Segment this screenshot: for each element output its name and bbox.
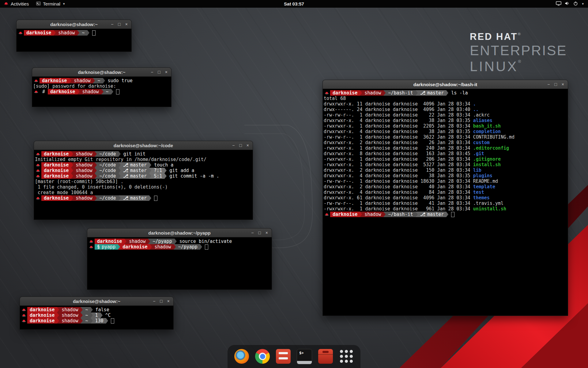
prompt-segment-host: shadow [73, 173, 95, 179]
file-name: aliases [473, 118, 492, 123]
powerline-arrow [101, 89, 104, 94]
terminal-line: -rwxrwxr-x. 1 darknoise darknoise 5327 J… [324, 162, 567, 167]
terminal-content[interactable]: darknoiseshadow~ [17, 29, 131, 36]
powerline-arrow [57, 312, 59, 318]
file-name: test [473, 190, 484, 195]
terminal-content[interactable]: darknoiseshadow~/code git initInitialize… [34, 150, 253, 201]
powerline-arrow [91, 312, 93, 318]
prompt-segment-user: darknoise [330, 212, 360, 217]
window-titlebar[interactable]: darknoise@shadow:~ − □ × [32, 68, 171, 77]
prompt-segment-path: ~ [83, 312, 90, 318]
terminal-content[interactable]: darknoiseshadow~ sudo true[sudo] passwor… [32, 77, 171, 95]
terminal-content[interactable]: darknoiseshadow~/pyapp source bin/activa… [87, 237, 272, 250]
rhel-logo: RED HAT® ENTERPRISE LINUX® [470, 32, 567, 73]
file-meta: -rw-rw-r--. 1 darknoise darknoise 22 Jan… [324, 112, 473, 118]
powerline-arrow [174, 244, 176, 250]
prompt-segment-path: ~/bash-it [386, 212, 415, 217]
branch-icon: ⎇ [420, 212, 425, 217]
prompt-segment-path: ~/code [97, 162, 118, 168]
powerline-arrow [100, 312, 103, 318]
powerline-arrow [91, 307, 93, 312]
prompt-segment-path: ~ [95, 78, 103, 83]
powerline-arrow [119, 195, 121, 201]
close-button[interactable]: × [562, 80, 564, 89]
prompt-segment-path: ~ [83, 318, 90, 324]
prompt-segment-git: ⎇master [121, 195, 149, 201]
volume-icon [565, 1, 570, 6]
powerline-arrow [446, 212, 448, 217]
close-button[interactable]: × [125, 20, 128, 29]
prompt-segment-host: shadow [59, 312, 81, 318]
minimize-button[interactable]: − [111, 20, 113, 29]
terminal-cursor [451, 212, 454, 217]
app-grid-icon[interactable] [339, 349, 354, 364]
terminal-content[interactable]: darknoiseshadow~/bash-it⎇master ls -lato… [323, 89, 568, 218]
window-titlebar[interactable]: darknoise@shadow:~ − □ × [20, 297, 173, 306]
terminal-line: [master (root-commit) 50bcb63] . [35, 179, 252, 184]
minimize-button[interactable]: − [151, 68, 153, 76]
redhat-prompt-icon [89, 239, 93, 244]
prompt-segment-path: ~/pyapp [150, 239, 174, 244]
window-titlebar[interactable]: darknoise@shadow:~/code − □ × [34, 141, 253, 150]
window-titlebar[interactable]: darknoise@shadow:~ − □ × [17, 20, 131, 29]
prompt-segment-host: shadow [71, 78, 93, 83]
maximize-button[interactable]: □ [239, 141, 242, 150]
chrome-icon[interactable] [255, 349, 270, 364]
output-text: # [40, 89, 48, 94]
maximize-button[interactable]: □ [118, 20, 120, 29]
powerline-arrow [416, 90, 418, 96]
terminal-icon[interactable]: $> [297, 349, 312, 364]
top-bar: Activities Terminal ▾ Sat 03:57 ▾ [0, 0, 588, 8]
minimize-button[interactable]: − [153, 297, 155, 305]
toolbox-icon[interactable] [318, 349, 333, 364]
close-button[interactable]: × [266, 228, 268, 237]
prompt-segment-exit: 1 [93, 312, 100, 318]
maximize-button[interactable]: □ [160, 297, 162, 305]
powerline-arrow [119, 173, 121, 179]
maximize-button[interactable]: □ [158, 68, 160, 76]
prompt-segment-git: ⎇master [121, 168, 149, 173]
close-button[interactable]: × [165, 68, 168, 76]
prompt-segment-host: shadow [59, 318, 81, 324]
window-titlebar[interactable]: darknoise@shadow:~/bash-it − □ × [323, 80, 568, 89]
redhat-prompt-icon [22, 312, 26, 318]
terminal-content[interactable]: darknoiseshadow~ falsedarknoiseshadow~1 … [20, 306, 173, 324]
file-meta: drwxrwxr-x. 61 darknoise darknoise 4096 … [324, 195, 473, 201]
file-meta: drwxrwxr-x. 2 darknoise darknoise 40 Jan… [324, 184, 473, 190]
file-meta: -rwxrwxr-x. 1 darknoise darknoise 206 Ja… [324, 156, 473, 162]
prompt-segment-host: shadow [362, 212, 383, 217]
file-meta: drwx------. 24 darknoise darknoise 4096 … [324, 107, 473, 112]
system-tray[interactable]: ▾ [552, 0, 588, 8]
prompt-segment-path: ~ [104, 89, 111, 94]
terminal-cursor [116, 89, 119, 94]
maximize-button[interactable]: □ [258, 228, 261, 237]
powerline-arrow [95, 168, 97, 173]
registered-mark: ® [518, 32, 522, 36]
powerline-arrow [119, 162, 121, 168]
minimize-button[interactable]: − [251, 228, 254, 237]
minimize-button[interactable]: − [232, 141, 235, 150]
powerline-arrow [149, 173, 151, 179]
powerline-arrow [360, 212, 362, 217]
terminal-line: -rwxrwxr-x. 1 darknoise darknoise 2205 J… [324, 123, 567, 129]
redhat-prompt-icon [34, 78, 38, 83]
close-button[interactable]: × [167, 297, 170, 305]
terminal-line: 1 file changed, 0 insertions(+), 0 delet… [35, 184, 252, 190]
maximize-button[interactable]: □ [554, 80, 557, 89]
activities-button[interactable]: Activities [0, 0, 32, 8]
firefox-icon[interactable] [234, 349, 249, 364]
powerline-arrow [164, 173, 167, 179]
terminal-line: drwxrwxr-x. 2 darknoise darknoise 26 Jan… [324, 140, 567, 145]
close-button[interactable]: × [247, 141, 249, 150]
terminal-line: darknoiseshadow~ false [21, 307, 173, 312]
redhat-prompt-icon [325, 212, 329, 217]
app-menu-terminal[interactable]: Terminal ▾ [32, 0, 68, 8]
clock[interactable]: Sat 03:57 [0, 1, 588, 6]
terminal-line: darknoiseshadow~/code⎇master?:1 git add … [35, 168, 252, 173]
python-icon: § [97, 244, 100, 250]
file-meta: drwxrwxr-x. 4 darknoise darknoise 84 Jan… [324, 190, 473, 195]
prompt-segment-host: shadow [56, 30, 77, 36]
window-titlebar[interactable]: darknoise@shadow:~/pyapp − □ × [87, 228, 272, 237]
minimize-button[interactable]: − [547, 80, 550, 89]
file-manager-icon[interactable] [276, 349, 291, 364]
